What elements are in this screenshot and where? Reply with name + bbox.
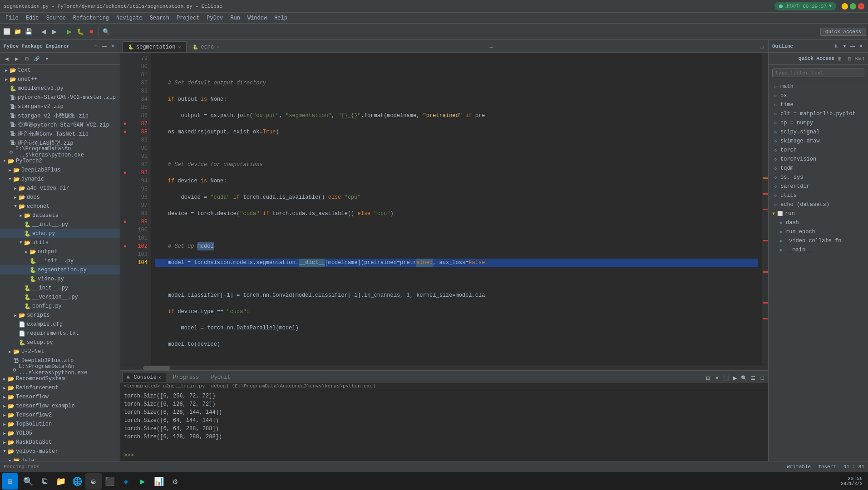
menu-file[interactable]: File bbox=[2, 15, 22, 21]
menu-source[interactable]: Source bbox=[43, 15, 69, 21]
editor-minimize-btn[interactable]: — bbox=[487, 43, 496, 52]
tree-item-init2[interactable]: ▶ 🐍 __init__.py bbox=[0, 256, 120, 265]
tree-item-cfg[interactable]: ▶ 📄 example.cfg bbox=[0, 320, 120, 329]
sidebar-menu-btn[interactable]: ▾ bbox=[42, 54, 52, 64]
taskbar-explorer[interactable]: 📁 bbox=[53, 473, 69, 490]
back-button[interactable]: ◀ bbox=[39, 27, 49, 37]
tree-item-deeplab[interactable]: ▶ 📂 DeepLab3Plus bbox=[0, 166, 120, 175]
debug-button[interactable]: 🐛 bbox=[75, 27, 85, 37]
outline-echo[interactable]: ◇ echo (datasets) bbox=[769, 200, 868, 209]
outline-close-btn[interactable]: ✕ bbox=[857, 43, 864, 50]
tree-item-yolov5[interactable]: ▼ 📂 yolov5-master bbox=[0, 447, 120, 456]
outline-os-sys[interactable]: ◇ os, sys bbox=[769, 173, 868, 182]
tree-item-tensorflow2[interactable]: ▶ 📂 Tensorflow2 bbox=[0, 411, 120, 420]
open-button[interactable]: 📁 bbox=[13, 27, 23, 37]
console-maximize-btn[interactable]: □ bbox=[758, 374, 766, 382]
taskbar-task-view[interactable]: ⧉ bbox=[36, 473, 53, 490]
tree-item-tensorflow[interactable]: ▶ 📂 Tensorflow bbox=[0, 392, 120, 402]
horizontal-scrollbar[interactable] bbox=[120, 365, 768, 370]
tree-item-bianshengqi[interactable]: ▶ 🗜 变声器pytorch-StarGAN-VC2.zip bbox=[0, 120, 120, 129]
stop-button[interactable]: ■ bbox=[86, 27, 96, 37]
sidebar-collapse-btn[interactable]: ≡ bbox=[93, 43, 100, 50]
sidebar-close-btn[interactable]: ✕ bbox=[109, 43, 116, 50]
new-button[interactable]: ⬜ bbox=[2, 27, 12, 37]
menu-refactoring[interactable]: Refactoring bbox=[69, 15, 113, 21]
menu-pydev[interactable]: PyDev bbox=[203, 15, 227, 21]
scrollbar-thumb[interactable] bbox=[143, 366, 170, 370]
tab-close-echo[interactable]: ✕ bbox=[217, 44, 219, 50]
outline-torch[interactable]: ◇ torch bbox=[769, 146, 868, 155]
tree-item-reinforce[interactable]: ▶ 📂 Reinforcement bbox=[0, 383, 120, 392]
sidebar-minimize-btn[interactable]: — bbox=[101, 43, 108, 50]
outline-math[interactable]: ◇ math bbox=[769, 82, 868, 91]
tree-item-u2net[interactable]: ▶ 📂 U-2-Net bbox=[0, 347, 120, 356]
tree-item-config[interactable]: ▶ 🐍 config.py bbox=[0, 302, 120, 311]
tree-item-datasets[interactable]: ▶ 📂 datasets bbox=[0, 211, 120, 220]
search-button[interactable]: 🔍 bbox=[101, 27, 111, 37]
sidebar-link-btn[interactable]: 🔗 bbox=[32, 54, 42, 64]
tree-item-scripts[interactable]: ▶ 📂 scripts bbox=[0, 311, 120, 320]
taskbar-jupyter[interactable]: 📊 bbox=[151, 473, 167, 490]
outline-parentdir[interactable]: ◇ parentdir bbox=[769, 182, 868, 191]
tree-item-dynamic[interactable]: ▼ 📂 dynamic bbox=[0, 175, 120, 184]
forward-button[interactable]: ▶ bbox=[49, 27, 59, 37]
taskbar-chrome[interactable]: 🌐 bbox=[69, 473, 85, 490]
minimize-button[interactable]: — bbox=[842, 3, 848, 10]
outline-main[interactable]: ◈ __main__ bbox=[769, 245, 868, 255]
tab-echo[interactable]: 🐍 echo ✕ bbox=[187, 41, 225, 52]
tree-item-starganv2-data[interactable]: ▶ 🗜 stargan-v2-小数据集.zip bbox=[0, 111, 120, 120]
sidebar-back-btn[interactable]: ◀ bbox=[2, 54, 12, 64]
tree-item-text[interactable]: ▶ 📂 text bbox=[0, 66, 120, 75]
run-button[interactable]: ▶ bbox=[64, 27, 74, 37]
quick-access-button[interactable]: Quick Access bbox=[820, 28, 866, 36]
outline-os[interactable]: ◇ os bbox=[769, 91, 868, 100]
outline-tqdm[interactable]: ◇ tqdm bbox=[769, 164, 868, 173]
outline-np[interactable]: ◇ np = numpy bbox=[769, 118, 868, 127]
menu-edit[interactable]: Edit bbox=[22, 15, 43, 21]
tree-item-exe2[interactable]: ▶ ⚙ E:\ProgramData\An ...s\keras\python.… bbox=[0, 365, 120, 374]
tree-item-maskdataset[interactable]: ▶ 📂 MaskDataSet bbox=[0, 438, 120, 447]
taskbar-settings[interactable]: ⚙ bbox=[167, 473, 183, 490]
taskbar-pycharm[interactable]: ▶ bbox=[134, 473, 151, 490]
tree-item-seg-py[interactable]: ▶ 🐍 segmentation.py bbox=[0, 265, 120, 274]
console-btn-2[interactable]: ✕ bbox=[713, 374, 721, 382]
tab-console[interactable]: ⊞ Console ✕ bbox=[122, 372, 166, 382]
console-btn-5[interactable]: 🔍 bbox=[740, 374, 748, 382]
outline-filter-btn[interactable]: ▾ bbox=[841, 43, 848, 50]
tab-progress[interactable]: Progress bbox=[168, 372, 204, 382]
tree-item-exe1[interactable]: ▶ ⚙ E:\ProgramData\An ...s\keras\python.… bbox=[0, 147, 120, 157]
taskbar-terminal[interactable]: ⬛ bbox=[102, 473, 118, 490]
start-button[interactable]: ⊞ bbox=[2, 473, 18, 490]
tree-item-setup[interactable]: ▶ 🐍 setup.py bbox=[0, 338, 120, 347]
outline-video-collate[interactable]: ◈ _video_collate_fn bbox=[769, 236, 868, 245]
outline-torchvision[interactable]: ◇ torchvision bbox=[769, 155, 868, 164]
code-editor[interactable]: ● ● ● ● ● bbox=[120, 53, 768, 365]
console-btn-3[interactable]: ⬛ bbox=[722, 374, 730, 382]
console-close[interactable]: ✕ bbox=[158, 375, 161, 380]
console-btn-4[interactable]: ▶ bbox=[731, 374, 739, 382]
tree-item-version[interactable]: ▶ 🐍 __version__.py bbox=[0, 293, 120, 302]
taskbar-search[interactable]: 🔍 bbox=[20, 473, 36, 490]
menu-navigate[interactable]: Navigate bbox=[113, 15, 146, 21]
console-input[interactable] bbox=[136, 452, 764, 459]
tree-item-utils[interactable]: ▼ 📂 utils bbox=[0, 238, 120, 247]
outline-dash[interactable]: ◈ dash bbox=[769, 218, 868, 227]
editor-maximize-btn[interactable]: □ bbox=[757, 43, 766, 52]
tab-close-segmentation[interactable]: ✕ bbox=[178, 44, 181, 50]
tree-item-echo-py[interactable]: ▶ 🐍 echo.py bbox=[0, 229, 120, 238]
outline-time[interactable]: ◇ time bbox=[769, 100, 868, 109]
taskbar-vscode[interactable]: ◈ bbox=[118, 473, 134, 490]
tree-item-unet[interactable]: ▶ 📂 unet++ bbox=[0, 75, 120, 84]
console-btn-6[interactable]: ☰ bbox=[749, 374, 757, 382]
outline-run[interactable]: ▼ ⬜ run bbox=[769, 209, 868, 218]
outline-plt[interactable]: ◇ plt = matplotlib.pyplot bbox=[769, 109, 868, 118]
close-button[interactable]: ✕ bbox=[858, 3, 864, 10]
tree-item-init1[interactable]: ▶ 🐍 __init__.py bbox=[0, 220, 120, 229]
tab-pyunit[interactable]: PyUnit bbox=[206, 372, 236, 382]
console-btn-1[interactable]: ⊞ bbox=[704, 374, 712, 382]
tree-item-docs[interactable]: ▶ 📂 docs bbox=[0, 193, 120, 202]
quick-access-btn-2[interactable]: ⊟ bbox=[844, 54, 854, 64]
menu-project[interactable]: Project bbox=[173, 15, 203, 21]
outline-utils[interactable]: ◇ utils bbox=[769, 191, 868, 200]
tree-item-init3[interactable]: ▶ 🐍 __init__.py bbox=[0, 284, 120, 293]
